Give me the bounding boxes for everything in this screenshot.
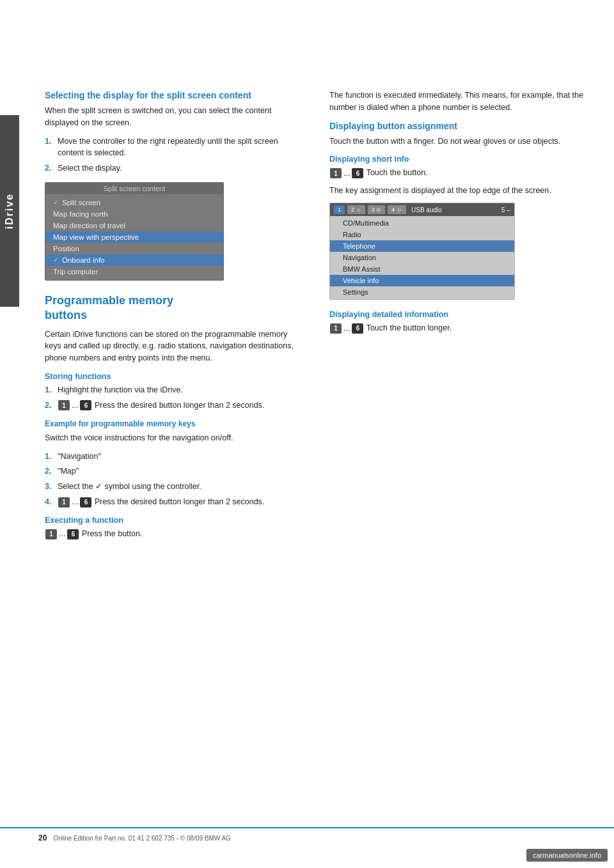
executing-body: 1 ... 6 Press the button.	[45, 528, 304, 540]
usb-menu: CD/Multimedia Radio Telephone Navigation…	[330, 216, 514, 299]
key-1b: 1	[58, 497, 70, 508]
key-6e: 6	[352, 323, 363, 334]
ex-step-2: 2. "Map"	[45, 465, 304, 477]
menu-item-1: Map facing north	[45, 208, 223, 220]
display-btn-body: Touch the button with a finger. Do not w…	[329, 136, 588, 148]
key-6c: 6	[67, 529, 79, 539]
menu-item-0: Split screen	[45, 197, 223, 208]
usb-tab-4: 4 ☺	[388, 205, 406, 214]
usb-title-text: USB audio	[411, 206, 442, 213]
menu-item-3: Map view with perspective	[45, 231, 223, 243]
section1-steps: 1. Move the controller to the right repe…	[45, 136, 304, 174]
usb-item-bmw: BMW Assist	[330, 263, 514, 275]
split-screen-mockup: Split screen content Split screen Map fa…	[45, 182, 224, 281]
example-body: Switch the voice instructions for the na…	[45, 432, 304, 444]
usb-page-num: 5 –	[501, 206, 510, 213]
usb-screen-mockup: 1 2 ☼ 3 ⊙ 4 ☺ USB audio 5 – CD/Multimedi…	[329, 203, 515, 300]
key-badge-group-2: 1 ... 6	[58, 496, 92, 508]
storing-step-1: 1. Highlight the function via the iDrive…	[45, 384, 304, 396]
section1-body: When the split screen is switched on, yo…	[45, 105, 304, 129]
ex-step-1: 1. "Navigation"	[45, 451, 304, 463]
right-column: The function is executed immediately. Th…	[329, 89, 588, 545]
watermark: carmanualsonline.info	[526, 849, 608, 862]
screen-menu: Split screen Map facing north Map direct…	[45, 194, 223, 280]
key-badge-group-5: 1 ... 6	[329, 323, 364, 335]
key-6: 6	[80, 400, 91, 410]
key-badge-group: 1 ... 6	[58, 399, 92, 412]
key-1: 1	[58, 400, 70, 410]
key-1d: 1	[330, 168, 342, 178]
short-info-title: Displaying short info	[329, 155, 588, 164]
usb-tab-2: 2 ☼	[347, 205, 365, 214]
right-intro: The function is executed immediately. Th…	[329, 89, 588, 114]
usb-title-bar: 1 2 ☼ 3 ⊙ 4 ☺ USB audio 5 –	[330, 203, 514, 216]
executing-title: Executing a function	[45, 516, 304, 525]
section-selecting-display: Selecting the display for the split scre…	[45, 89, 304, 281]
usb-item-nav: Navigation	[330, 252, 514, 263]
key-6b: 6	[80, 497, 91, 508]
page-footer: 20 Online Edition for Part no. 01 41 2 6…	[0, 827, 614, 842]
menu-item-4: Position	[45, 243, 223, 254]
usb-item-radio: Radio	[330, 229, 514, 240]
ex-step-3: 3. Select the ✓ symbol using the control…	[45, 481, 304, 493]
storing-step-2: 2. 1 ... 6 Press the desired button long…	[45, 399, 304, 412]
key-badge-group-4: 1 ... 6	[329, 167, 364, 180]
menu-item-5: Onboard info	[45, 254, 223, 266]
sidebar-text: iDrive	[4, 193, 15, 229]
page-container: iDrive Selecting the display for the spl…	[0, 0, 614, 868]
display-btn-title: Displaying button assignment	[329, 120, 588, 132]
usb-item-telephone: Telephone	[330, 240, 514, 252]
example-title: Example for programmable memory keys	[45, 419, 304, 428]
usb-item-settings: Settings	[330, 286, 514, 298]
section1-title: Selecting the display for the split scre…	[45, 89, 304, 101]
usb-tab-1: 1	[334, 205, 345, 214]
step-1: 1. Move the controller to the right repe…	[45, 136, 304, 160]
screen-title-bar: Split screen content	[45, 183, 223, 194]
detailed-info-instruction: 1 ... 6 Touch the button longer.	[329, 322, 588, 334]
sidebar-label: iDrive	[0, 115, 19, 307]
footer-text: Online Edition for Part no. 01 41 2 602 …	[53, 835, 231, 842]
content-area: Selecting the display for the split scre…	[19, 0, 614, 584]
detailed-info-title: Displaying detailed information	[329, 310, 588, 319]
usb-item-cdmm: CD/Multimedia	[330, 217, 514, 229]
key-1c: 1	[45, 529, 57, 539]
left-column: Selecting the display for the split scre…	[45, 89, 304, 545]
storing-steps: 1. Highlight the function via the iDrive…	[45, 384, 304, 412]
example-steps: 1. "Navigation" 2. "Map" 3. Select the ✓…	[45, 451, 304, 508]
step-2: 2. Select the display.	[45, 162, 304, 174]
storing-title: Storing functions	[45, 372, 304, 381]
key-badge-group-3: 1 ... 6	[45, 528, 79, 540]
page-number: 20	[38, 833, 47, 842]
section2-title: Programmable memorybuttons	[45, 293, 304, 323]
section-programmable: Programmable memorybuttons Certain iDriv…	[45, 293, 304, 540]
usb-tab-3: 3 ⊙	[368, 205, 386, 214]
ex-step-4: 4. 1 ... 6 Press the desired button long…	[45, 496, 304, 508]
key-1e: 1	[330, 323, 342, 334]
short-info-detail: The key assignment is displayed at the t…	[329, 185, 588, 197]
menu-item-2: Map direction of travel	[45, 220, 223, 231]
usb-item-vehicle: Vehicle info	[330, 275, 514, 286]
section2-body: Certain iDrive functions can be stored o…	[45, 329, 304, 364]
short-info-instruction: 1 ... 6 Touch the button.	[329, 167, 588, 179]
key-6d: 6	[352, 168, 363, 178]
section-displaying-button: Displaying button assignment Touch the b…	[329, 120, 588, 335]
menu-item-6: Trip computer	[45, 266, 223, 277]
